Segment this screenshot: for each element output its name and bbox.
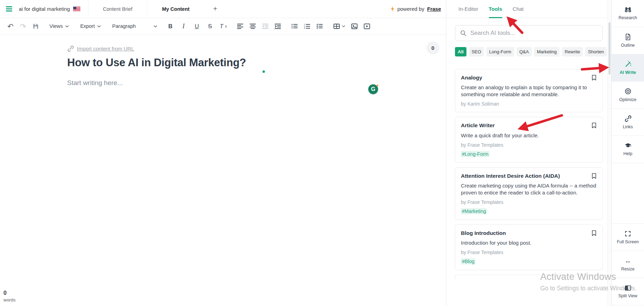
- filter-chips: AllSEOLong-FormQ&AMarketingRewriteShorte…: [455, 47, 603, 56]
- comments-count-badge[interactable]: 0: [426, 41, 439, 54]
- check-list-icon: [316, 23, 323, 29]
- import-content-link[interactable]: Import content from URL: [67, 45, 446, 52]
- powered-by: powered by Frase: [391, 6, 446, 12]
- filter-chip[interactable]: Long-Form: [486, 47, 514, 56]
- export-dropdown[interactable]: Export: [77, 20, 104, 32]
- filter-chip-label: Rewrite: [565, 49, 580, 54]
- filter-chip[interactable]: Marketing: [534, 47, 559, 56]
- document-title-group[interactable]: ai for digital marketing: [18, 0, 88, 18]
- views-dropdown[interactable]: Views: [46, 20, 72, 32]
- italic-button[interactable]: I: [177, 20, 190, 32]
- align-center-button[interactable]: [246, 20, 259, 32]
- frase-brand-link[interactable]: Frase: [427, 6, 441, 12]
- underline-button[interactable]: U: [190, 20, 203, 32]
- tab-tools[interactable]: Tools: [489, 0, 502, 18]
- search-input[interactable]: [470, 30, 597, 37]
- ai-tool-card[interactable]: Blog Introduction Introduction for your …: [455, 224, 603, 270]
- split-view-icon: [625, 285, 631, 291]
- menu-icon[interactable]: [0, 0, 18, 18]
- numbered-list-button[interactable]: 123: [301, 20, 313, 32]
- sidebar-item-help[interactable]: Help: [612, 136, 644, 163]
- panel-scrollbar[interactable]: [607, 0, 611, 306]
- sidebar-item-links[interactable]: Links: [612, 109, 644, 136]
- views-label: Views: [49, 23, 63, 29]
- magic-wand-icon: [625, 61, 631, 68]
- sidebar-label-split-view: Split View: [618, 293, 637, 298]
- search-icon: [460, 30, 466, 36]
- filter-chip[interactable]: All: [455, 47, 466, 56]
- scrollbar-thumb[interactable]: [608, 22, 611, 75]
- sidebar-item-research[interactable]: Research: [612, 0, 644, 27]
- tool-author: by Frase Templates: [461, 250, 597, 255]
- bookmark-icon[interactable]: [591, 230, 597, 236]
- editor-canvas[interactable]: Import content from URL How to Use AI in…: [0, 35, 446, 87]
- clear-formatting-button[interactable]: Tx: [217, 20, 230, 32]
- bullet-list-button[interactable]: [288, 20, 301, 32]
- strikethrough-button[interactable]: S: [203, 20, 217, 32]
- indent-icon: [274, 23, 281, 29]
- paragraph-style-select[interactable]: Paragraph: [109, 20, 161, 32]
- bookmark-icon[interactable]: [591, 75, 597, 81]
- tool-description: Introduction for your blog post.: [461, 239, 597, 246]
- tool-title: Blog Introduction: [461, 230, 506, 236]
- feature-sidebar: Research Outline AI Write: [611, 0, 644, 306]
- tool-title: Article Writer: [461, 122, 495, 129]
- sidebar-item-outline[interactable]: Outline: [612, 27, 644, 54]
- bookmark-icon[interactable]: [591, 173, 597, 179]
- tab-my-content[interactable]: My Content: [147, 0, 204, 18]
- tab-in-editor[interactable]: In-Editor: [458, 0, 478, 18]
- sidebar-item-resize[interactable]: ↔ Resize: [612, 251, 644, 278]
- bold-button[interactable]: B: [164, 20, 177, 32]
- tool-tag[interactable]: #Long-Form: [461, 151, 489, 157]
- filter-chip[interactable]: Rewrite: [562, 47, 583, 56]
- sidebar-item-split-view[interactable]: Split View: [612, 278, 644, 305]
- tool-tag[interactable]: #Blog: [461, 258, 476, 265]
- add-tab-button[interactable]: +: [204, 0, 226, 18]
- sidebar-label-full-screen: Full Screen: [617, 239, 639, 244]
- image-icon: [351, 23, 358, 30]
- document-header: ai for digital marketing Content Brief M…: [0, 0, 446, 18]
- check-list-button[interactable]: [313, 20, 326, 32]
- ai-tool-card[interactable]: Article Writer Write a quick draft for y…: [455, 117, 603, 162]
- filter-chip[interactable]: SEO: [469, 47, 484, 56]
- filter-chip[interactable]: Q&A: [517, 47, 532, 56]
- import-link-label: Import content from URL: [77, 46, 134, 52]
- editor-placeholder[interactable]: Start writing here...: [67, 79, 446, 87]
- filter-chip[interactable]: Shorten: [585, 47, 607, 56]
- insert-image-button[interactable]: [348, 20, 361, 32]
- ai-tool-card[interactable]: Attention Interest Desire Action (AIDA) …: [455, 167, 603, 220]
- next-tool-card-partial[interactable]: [455, 275, 603, 280]
- sidebar-item-full-screen[interactable]: Full Screen: [612, 224, 644, 251]
- tool-description: Create an analogy to explain a topic by …: [461, 84, 597, 98]
- target-icon: [625, 88, 631, 95]
- word-count-value: 0: [3, 290, 16, 296]
- indent-button[interactable]: [272, 20, 284, 32]
- sidebar-item-ai-write[interactable]: AI Write: [612, 54, 644, 82]
- numbered-list-icon: 123: [304, 23, 311, 29]
- tab-content-brief[interactable]: Content Brief: [88, 0, 147, 18]
- powered-by-text: powered by: [397, 6, 424, 12]
- article-title[interactable]: How to Use AI in Digital Marketing?: [67, 56, 446, 69]
- video-icon: [363, 23, 370, 30]
- editor-toolbar: ↶ ↷ Views Export Par: [0, 18, 446, 35]
- table-button[interactable]: [330, 20, 348, 32]
- export-label: Export: [80, 23, 95, 29]
- undo-button[interactable]: ↶: [4, 20, 17, 32]
- chevron-down-icon: [154, 25, 157, 28]
- redo-button[interactable]: ↷: [17, 20, 29, 32]
- link-icon: [67, 45, 74, 52]
- ai-tools-search[interactable]: [455, 25, 603, 41]
- tool-tag[interactable]: #Marketing: [461, 208, 487, 214]
- ai-tool-card[interactable]: Analogy Create an analogy to explain a t…: [455, 69, 603, 112]
- sidebar-item-optimize[interactable]: Optimize: [612, 82, 644, 109]
- insert-video-button[interactable]: [361, 20, 373, 32]
- align-center-icon: [249, 23, 256, 29]
- document-icon: [625, 33, 631, 40]
- align-left-button[interactable]: [234, 20, 246, 32]
- grammarly-widget[interactable]: G ✦: [368, 84, 379, 95]
- outdent-button[interactable]: [259, 20, 272, 32]
- bookmark-icon[interactable]: [591, 122, 597, 129]
- tab-chat[interactable]: Chat: [513, 0, 524, 18]
- save-button[interactable]: [29, 20, 42, 32]
- clear-formatting-t: T: [220, 23, 223, 30]
